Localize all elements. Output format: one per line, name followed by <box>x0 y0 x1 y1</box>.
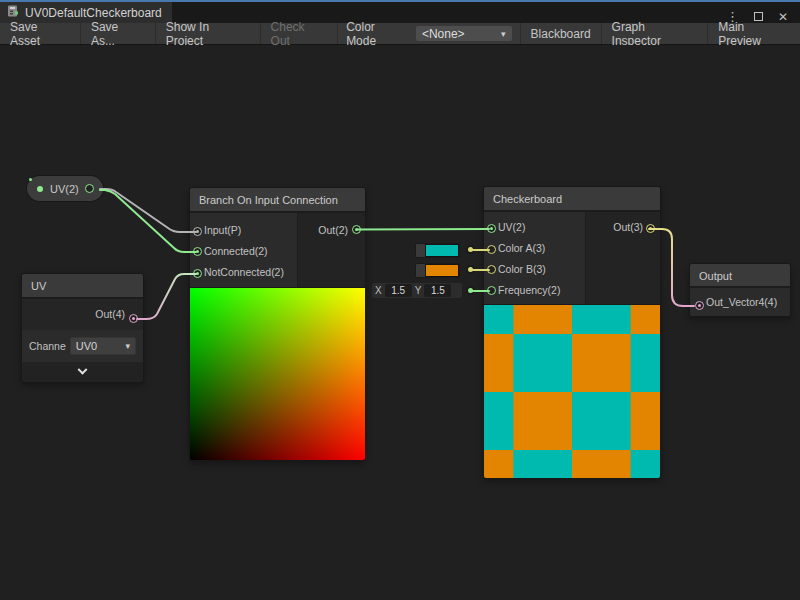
uv-node-output-label: Out(4) <box>22 299 143 330</box>
checkerboard-node-title[interactable]: Checkerboard <box>484 187 660 212</box>
uv-node[interactable]: UV Out(4) Channe UV0 ▾ <box>22 274 143 382</box>
frequency-y-field[interactable]: 1.5 <box>424 284 451 297</box>
show-in-project-button[interactable]: Show In Project <box>156 23 261 44</box>
frequency-x-label: X <box>375 285 382 296</box>
checkerboard-input-row: Frequency(2) <box>484 280 585 301</box>
wire-branch-to-checkerboard[interactable] <box>357 229 489 230</box>
output-port-label: Out_Vector4(4) <box>690 288 790 316</box>
checkerboard-input-row: UV(2) <box>484 217 585 238</box>
chevron-down-icon: ▾ <box>125 341 130 351</box>
colorb-swatch-widget[interactable] <box>415 263 460 278</box>
save-as-button[interactable]: Save As... <box>81 23 156 44</box>
uv-channel-value: UV0 <box>76 340 97 352</box>
output-vector4-port[interactable] <box>695 301 704 310</box>
branch-inputs: Input(P) Connected(2) NotConnected(2) <box>190 213 298 287</box>
uv2-pill-output-port[interactable] <box>85 184 94 193</box>
toolbar-right-group: Color Mode <None> ▾ Blackboard Graph Ins… <box>338 23 800 44</box>
color-mode-dropdown[interactable]: <None> ▾ <box>416 26 512 41</box>
blackboard-button[interactable]: Blackboard <box>520 23 601 44</box>
chevron-down-icon <box>78 364 88 374</box>
uv2-pill-node[interactable]: UV(2) <box>27 176 103 201</box>
checkerboard-input-row: Color B(3) <box>484 259 585 280</box>
checkerboard-inputs: UV(2) Color A(3) Color B(3) Frequency(2) <box>484 212 586 304</box>
main-preview-button[interactable]: Main Preview <box>707 23 800 44</box>
uv-channel-row: Channe UV0 ▾ <box>22 330 143 362</box>
branch-node[interactable]: Branch On Input Connection Input(P) Conn… <box>190 188 365 460</box>
checkerboard-preview <box>484 304 660 478</box>
graph-canvas[interactable]: UV(2) Branch On Input Connection Input(P… <box>0 45 800 600</box>
colora-swatch-widget[interactable] <box>415 243 460 258</box>
branch-node-body: Input(P) Connected(2) NotConnected(2) Ou… <box>190 213 365 287</box>
shader-graph-icon <box>7 5 20 21</box>
wire-uvnode-to-notconnected[interactable] <box>137 274 196 319</box>
frequency-y-label: Y <box>415 285 422 296</box>
output-node[interactable]: Output Out_Vector4(4) <box>690 264 790 316</box>
chevron-down-icon: ▾ <box>501 29 506 39</box>
color-mode-value: <None> <box>422 27 465 41</box>
checkerboard-input-row: Color A(3) <box>484 238 585 259</box>
uv-channel-label: Channe <box>29 340 66 352</box>
branch-input-row: Input(P) <box>190 220 297 241</box>
frequency-x-field[interactable]: 1.5 <box>385 284 412 297</box>
uv-channel-dropdown[interactable]: UV0 ▾ <box>70 337 136 355</box>
branch-node-title[interactable]: Branch On Input Connection <box>190 188 365 213</box>
colora-swatch[interactable] <box>425 244 459 257</box>
uv2-pill-label: UV(2) <box>50 183 79 195</box>
checkerboard-node-body: UV(2) Color A(3) Color B(3) Frequency(2)… <box>484 212 660 304</box>
graph-inspector-button[interactable]: Graph Inspector <box>601 23 708 44</box>
save-asset-button[interactable]: Save Asset <box>0 23 81 44</box>
graph-toolbar: Save Asset Save As... Show In Project Ch… <box>0 23 800 45</box>
branch-uv-preview <box>190 287 365 460</box>
frequency-widget: X 1.5 Y 1.5 <box>372 283 462 298</box>
uv-node-title[interactable]: UV <box>22 274 143 299</box>
output-node-title[interactable]: Output <box>690 264 790 288</box>
branch-input-row: NotConnected(2) <box>190 262 297 283</box>
color-mode-label: Color Mode <box>338 23 416 44</box>
checkerboard-node[interactable]: Checkerboard UV(2) Color A(3) Color B(3)… <box>484 187 660 478</box>
wire-uvpill-to-connected[interactable] <box>100 190 196 252</box>
tab-title: UV0DefaultCheckerboard <box>25 6 162 20</box>
colorb-swatch[interactable] <box>425 264 459 277</box>
check-out-button[interactable]: Check Out <box>261 23 339 44</box>
branch-input-row: Connected(2) <box>190 241 297 262</box>
uv-collapse-button[interactable] <box>22 362 143 382</box>
pill-type-dot-icon <box>37 186 43 192</box>
